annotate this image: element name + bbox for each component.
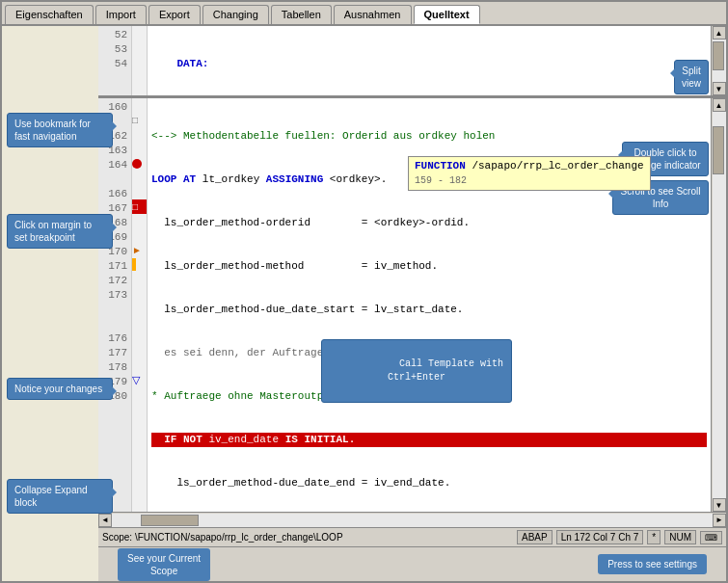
current-scope-tooltip[interactable]: See your CurrentScope [118, 548, 210, 581]
tab-bar: Eigenschaften Import Export Changing Tab… [2, 2, 726, 26]
position-indicator: Ln 172 Col 7 Ch 7 [556, 530, 644, 544]
change-indicator-171 [132, 257, 147, 272]
scroll-track-main [713, 112, 726, 498]
editor-wrapper: 52 53 54 DATA: lt_if_valuations TYPE /sa… [98, 26, 726, 581]
tab-changing[interactable]: Changing [202, 5, 269, 24]
tab-tabellen[interactable]: Tabellen [271, 5, 332, 24]
modified-indicator: * [647, 530, 661, 544]
expand-icon-161[interactable]: □ [132, 113, 147, 127]
scrollbar-h: ◄ ► [98, 512, 726, 527]
call-template-tooltip: Call Template withCtrl+Enter [321, 339, 512, 403]
bottom-tooltip-bar: See your CurrentScope Press to see setti… [98, 546, 726, 581]
scroll-thumb-main[interactable] [713, 126, 724, 174]
status-bar: Scope: \FUNCTION/sapapo/rrp_lc_order_cha… [98, 527, 726, 546]
function-tooltip: FUNCTION /sapapo/rrp_lc_order_change 159… [408, 156, 651, 191]
notice-changes-tooltip: Notice your changes [7, 378, 113, 400]
scroll-right-btn[interactable]: ► [713, 514, 726, 527]
code-content-top[interactable]: DATA: lt_if_valuations TYPE /sapapo/om_c… [148, 26, 711, 95]
num-indicator: NUM [664, 530, 696, 544]
bookmark-tooltip: Use bookmark for fast navigation [7, 113, 113, 147]
collapse-expand-tooltip: Collapse Expand block [7, 479, 113, 514]
scroll-h-track [112, 514, 713, 527]
tab-quelltext[interactable]: Quelltext [414, 5, 480, 24]
scroll-down-btn-main[interactable]: ▼ [713, 498, 726, 512]
language-indicator: ABAP [517, 530, 553, 544]
expand-icon-167[interactable]: □ [132, 199, 147, 214]
keyboard-icon[interactable]: ⌨ [700, 531, 722, 544]
scroll-left-btn[interactable]: ◄ [98, 514, 112, 527]
code-section-top: 52 53 54 DATA: lt_if_valuations TYPE /sa… [98, 26, 726, 98]
scrollbar-main-v: ▲ ▼ [711, 98, 726, 512]
scroll-down-btn-top[interactable]: ▼ [713, 82, 726, 95]
tab-eigenschaften[interactable]: Eigenschaften [5, 5, 94, 24]
tab-export[interactable]: Export [148, 5, 201, 24]
margin-top[interactable] [132, 26, 148, 95]
scroll-up-btn-top[interactable]: ▲ [713, 26, 726, 40]
margin-main[interactable]: □ □ ► [132, 98, 148, 512]
press-settings-tooltip[interactable]: Press to see settings [598, 554, 707, 574]
content-area: Use bookmark for fast navigation Click o… [2, 26, 726, 581]
scroll-track-top [713, 40, 726, 82]
left-panel: Use bookmark for fast navigation Click o… [2, 26, 98, 581]
scroll-thumb-top[interactable] [713, 41, 724, 70]
tab-ausnahmen[interactable]: Ausnahmen [334, 5, 412, 24]
breakpoint-tooltip: Click on margin to set breakpoint [7, 214, 113, 249]
main-window: Eigenschaften Import Export Changing Tab… [0, 0, 728, 583]
code-content-main[interactable]: <--> Methodentabelle fuellen: Orderid au… [148, 98, 711, 512]
code-section-main: 160 162 163 164 166 167 168 169 170 171 … [98, 98, 726, 512]
highlighted-line-167: IF NOT iv_end_date IS INITIAL. [151, 433, 707, 447]
scroll-h-thumb[interactable] [141, 515, 199, 526]
line-numbers-main: 160 162 163 164 166 167 168 169 170 171 … [98, 98, 132, 512]
tab-import[interactable]: Import [95, 5, 147, 24]
arrow-icon-170[interactable]: ► [132, 243, 147, 257]
expand-icon-179[interactable]: ▽ [132, 373, 147, 387]
breakpoint-icon[interactable] [132, 156, 147, 171]
scrollbar-top-v: ▲ ▼ [711, 26, 726, 95]
scroll-up-btn-main[interactable]: ▲ [713, 98, 726, 112]
line-numbers-top: 52 53 54 [98, 26, 132, 95]
scope-text: Scope: \FUNCTION/sapapo/rrp_lc_order_cha… [102, 532, 513, 543]
